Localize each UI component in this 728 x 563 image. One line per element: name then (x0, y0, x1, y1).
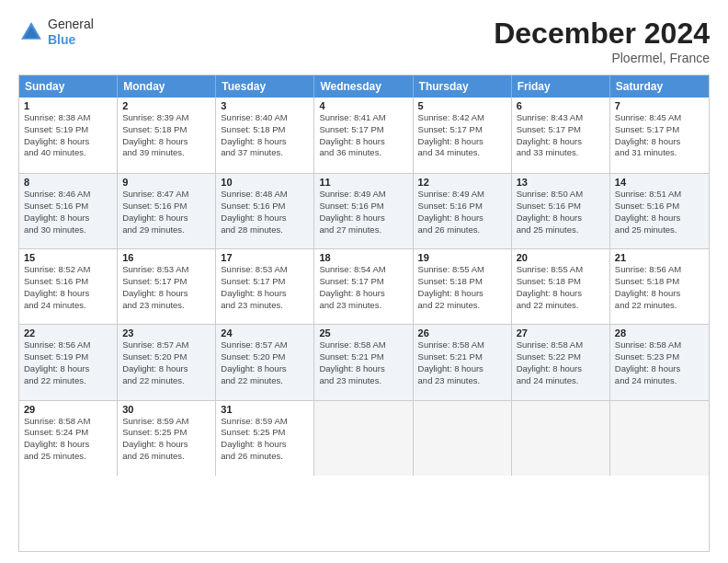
cell-line: Sunrise: 8:40 AM (221, 112, 309, 124)
day-cell-26: 26Sunrise: 8:58 AMSunset: 5:21 PMDayligh… (414, 325, 512, 399)
empty-cell (512, 401, 610, 476)
day-cell-24: 24Sunrise: 8:57 AMSunset: 5:20 PMDayligh… (216, 325, 314, 399)
day-cell-29: 29Sunrise: 8:58 AMSunset: 5:24 PMDayligh… (19, 401, 118, 476)
day-number: 10 (221, 177, 309, 188)
cell-line: Daylight: 8 hours (24, 136, 112, 148)
cell-line: and 25 minutes. (517, 224, 605, 236)
cell-line: and 25 minutes. (615, 224, 704, 236)
cell-line: Sunrise: 8:57 AM (122, 339, 210, 351)
day-number: 20 (517, 252, 605, 263)
day-cell-31: 31Sunrise: 8:59 AMSunset: 5:25 PMDayligh… (216, 401, 314, 476)
cell-line: and 30 minutes. (24, 224, 112, 236)
cell-line: Daylight: 8 hours (221, 136, 309, 148)
cell-line: Daylight: 8 hours (615, 288, 704, 300)
cell-line: and 37 minutes. (221, 147, 309, 159)
cal-row-3: 22Sunrise: 8:56 AMSunset: 5:19 PMDayligh… (19, 324, 709, 399)
cell-line: and 27 minutes. (319, 224, 407, 236)
cell-line: Sunrise: 8:53 AM (221, 264, 309, 276)
day-cell-12: 12Sunrise: 8:49 AMSunset: 5:16 PMDayligh… (414, 174, 512, 248)
day-cell-9: 9Sunrise: 8:47 AMSunset: 5:16 PMDaylight… (118, 174, 216, 248)
cell-line: Daylight: 8 hours (319, 213, 407, 224)
day-cell-18: 18Sunrise: 8:54 AMSunset: 5:17 PMDayligh… (314, 249, 413, 324)
day-number: 27 (517, 327, 605, 339)
cell-line: and 33 minutes. (517, 147, 605, 159)
logo-general: General (48, 17, 94, 32)
day-cell-25: 25Sunrise: 8:58 AMSunset: 5:21 PMDayligh… (314, 325, 413, 399)
cell-line: Sunset: 5:16 PM (122, 201, 210, 213)
cell-line: and 22 minutes. (122, 375, 210, 387)
day-cell-1: 1Sunrise: 8:38 AMSunset: 5:19 PMDaylight… (19, 98, 118, 173)
cell-line: and 24 minutes. (24, 300, 112, 312)
day-cell-11: 11Sunrise: 8:49 AMSunset: 5:16 PMDayligh… (314, 174, 413, 248)
cell-line: Sunset: 5:21 PM (319, 351, 407, 363)
cell-line: Sunrise: 8:53 AM (122, 264, 210, 276)
cell-line: Sunrise: 8:48 AM (221, 189, 309, 201)
cal-row-1: 8Sunrise: 8:46 AMSunset: 5:16 PMDaylight… (19, 173, 709, 248)
cell-line: Sunrise: 8:49 AM (319, 189, 407, 201)
cell-line: Daylight: 8 hours (615, 136, 704, 148)
cell-line: Sunrise: 8:55 AM (418, 264, 506, 276)
day-number: 21 (615, 252, 704, 263)
cell-line: Daylight: 8 hours (122, 136, 210, 148)
cell-line: and 40 minutes. (24, 147, 112, 159)
day-cell-4: 4Sunrise: 8:41 AMSunset: 5:17 PMDaylight… (314, 98, 413, 173)
cal-row-0: 1Sunrise: 8:38 AMSunset: 5:19 PMDaylight… (19, 98, 709, 173)
day-number: 8 (24, 177, 112, 188)
header-cell-thursday: Thursday (414, 75, 512, 98)
location: Ploermel, France (494, 51, 710, 65)
cell-line: Sunrise: 8:49 AM (418, 189, 506, 201)
cell-line: Daylight: 8 hours (517, 213, 605, 224)
cell-line: Sunset: 5:18 PM (615, 276, 704, 288)
cell-line: Sunrise: 8:43 AM (517, 112, 605, 124)
page: General Blue December 2024 Ploermel, Fra… (0, 0, 728, 563)
cell-line: Sunrise: 8:58 AM (24, 416, 112, 428)
cell-line: Daylight: 8 hours (418, 288, 506, 300)
cell-line: and 28 minutes. (221, 224, 309, 236)
cell-line: and 22 minutes. (615, 300, 704, 312)
cell-line: Daylight: 8 hours (517, 136, 605, 148)
day-number: 3 (221, 100, 309, 111)
cell-line: Sunrise: 8:46 AM (24, 189, 112, 201)
day-number: 25 (319, 327, 407, 339)
cell-line: Sunset: 5:16 PM (517, 201, 605, 213)
day-number: 6 (517, 100, 605, 111)
day-cell-15: 15Sunrise: 8:52 AMSunset: 5:16 PMDayligh… (19, 249, 118, 324)
day-number: 23 (122, 327, 210, 339)
cell-line: Sunset: 5:25 PM (122, 427, 210, 439)
cell-line: Sunset: 5:19 PM (24, 124, 112, 136)
day-cell-3: 3Sunrise: 8:40 AMSunset: 5:18 PMDaylight… (216, 98, 314, 173)
cell-line: Sunset: 5:20 PM (221, 351, 309, 363)
cell-line: Daylight: 8 hours (418, 213, 506, 224)
day-cell-13: 13Sunrise: 8:50 AMSunset: 5:16 PMDayligh… (512, 174, 610, 248)
cell-line: Sunset: 5:17 PM (319, 124, 407, 136)
logo-text: General Blue (48, 17, 94, 48)
day-cell-20: 20Sunrise: 8:55 AMSunset: 5:18 PMDayligh… (512, 249, 610, 324)
cell-line: and 34 minutes. (418, 147, 506, 159)
day-cell-16: 16Sunrise: 8:53 AMSunset: 5:17 PMDayligh… (118, 249, 216, 324)
cell-line: Sunrise: 8:47 AM (122, 189, 210, 201)
cell-line: and 22 minutes. (517, 300, 605, 312)
cell-line: Sunset: 5:18 PM (122, 124, 210, 136)
cell-line: and 39 minutes. (122, 147, 210, 159)
day-number: 13 (517, 177, 605, 188)
day-number: 31 (221, 404, 309, 415)
cell-line: Daylight: 8 hours (122, 288, 210, 300)
day-number: 30 (122, 404, 210, 415)
cell-line: and 24 minutes. (615, 375, 704, 387)
cell-line: and 31 minutes. (615, 147, 704, 159)
cell-line: Daylight: 8 hours (418, 363, 506, 375)
day-number: 19 (418, 252, 506, 263)
day-number: 17 (221, 252, 309, 263)
cell-line: Sunrise: 8:50 AM (517, 189, 605, 201)
logo: General Blue (18, 17, 94, 48)
header-cell-monday: Monday (118, 75, 216, 98)
cell-line: Daylight: 8 hours (24, 213, 112, 224)
cell-line: Daylight: 8 hours (319, 288, 407, 300)
cell-line: Daylight: 8 hours (319, 136, 407, 148)
cell-line: Daylight: 8 hours (122, 363, 210, 375)
cell-line: Sunrise: 8:56 AM (615, 264, 704, 276)
cell-line: and 23 minutes. (319, 300, 407, 312)
day-cell-17: 17Sunrise: 8:53 AMSunset: 5:17 PMDayligh… (216, 249, 314, 324)
day-cell-6: 6Sunrise: 8:43 AMSunset: 5:17 PMDaylight… (512, 98, 610, 173)
cell-line: Sunset: 5:23 PM (615, 351, 704, 363)
